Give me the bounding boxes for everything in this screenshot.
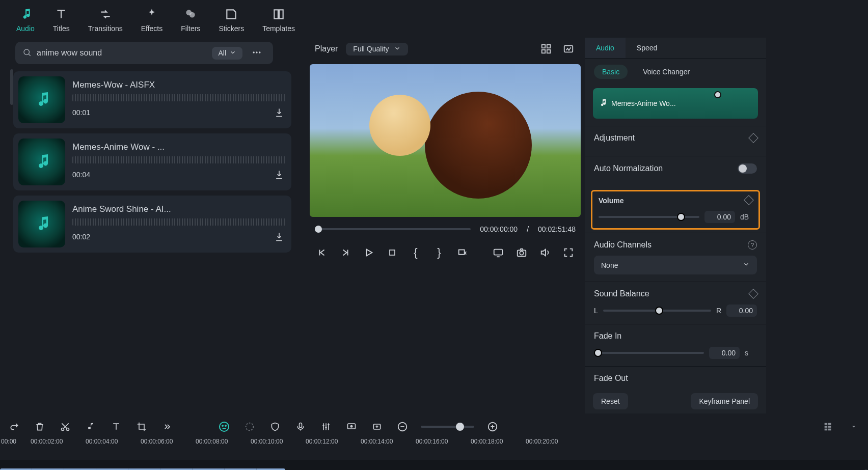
- reset-button[interactable]: Reset: [593, 393, 628, 409]
- audio-clip-header[interactable]: Memes-Anime Wo...: [593, 88, 758, 119]
- help-icon[interactable]: ?: [748, 240, 757, 250]
- audio-duration: 00:02: [72, 233, 90, 241]
- ruler-tick: 00:00:06:00: [141, 438, 173, 445]
- channels-dropdown[interactable]: None: [594, 256, 757, 274]
- tab-stickers[interactable]: Stickers: [209, 5, 253, 35]
- download-button[interactable]: [272, 105, 286, 120]
- timecode-current: 00:00:00:00: [480, 225, 518, 233]
- keyframe-panel-button[interactable]: Keyframe Panel: [691, 393, 758, 409]
- tab-filters[interactable]: Filters: [172, 5, 209, 35]
- download-button[interactable]: [272, 230, 286, 244]
- layout-dropdown-icon[interactable]: [847, 420, 861, 434]
- transitions-icon: [98, 7, 113, 21]
- shield-icon[interactable]: [268, 420, 282, 434]
- add-marker-icon[interactable]: [370, 420, 384, 434]
- display-icon[interactable]: [491, 245, 505, 260]
- image-compare-icon[interactable]: [561, 42, 576, 56]
- svg-rect-13: [390, 250, 395, 255]
- snapshot-icon[interactable]: [514, 245, 529, 260]
- sidebar-scrollbar[interactable]: [10, 69, 13, 105]
- tab-label: Stickers: [219, 24, 244, 33]
- beat-icon[interactable]: [84, 420, 98, 434]
- tab-label: Audio: [16, 24, 35, 33]
- ai-face-icon[interactable]: [217, 420, 231, 434]
- volume-slider[interactable]: [599, 216, 699, 218]
- zoom-slider[interactable]: [421, 426, 474, 428]
- autonorm-toggle[interactable]: [738, 163, 757, 174]
- tab-transitions[interactable]: Transitions: [79, 5, 132, 35]
- more-menu[interactable]: [248, 45, 266, 61]
- stop-icon[interactable]: [385, 245, 399, 260]
- timecode-sep: /: [527, 225, 529, 233]
- mark-out-icon[interactable]: }: [432, 245, 446, 260]
- filter-dropdown[interactable]: All: [212, 47, 242, 60]
- text-tool-icon[interactable]: [109, 420, 123, 434]
- tab-audio[interactable]: Audio: [7, 5, 44, 35]
- svg-point-22: [225, 425, 226, 426]
- ratio-dropdown[interactable]: [455, 245, 470, 260]
- fadein-slider[interactable]: [594, 352, 704, 354]
- track-layout-icon[interactable]: [821, 420, 835, 434]
- step-forward-icon[interactable]: [338, 245, 352, 260]
- scrub-bar[interactable]: [315, 228, 471, 230]
- mark-in-icon[interactable]: {: [409, 245, 423, 260]
- balance-slider[interactable]: [603, 310, 711, 312]
- clip-playhead[interactable]: [714, 91, 721, 98]
- svg-rect-11: [547, 50, 550, 53]
- tracks[interactable]: 1110670_Amusement_Relation_1280x720 Hide…: [0, 460, 868, 470]
- channels-value: None: [601, 261, 618, 269]
- keyframe-diamond-icon[interactable]: [748, 133, 758, 143]
- play-icon[interactable]: [362, 245, 376, 260]
- redo-icon[interactable]: [7, 420, 21, 434]
- cut-icon[interactable]: [58, 420, 72, 434]
- quality-dropdown[interactable]: Full Quality: [346, 43, 408, 56]
- chevron-down-icon: [229, 49, 236, 58]
- tab-audio-props[interactable]: Audio: [585, 38, 626, 58]
- audio-mixer-icon[interactable]: [319, 420, 333, 434]
- tab-titles[interactable]: Titles: [44, 5, 79, 35]
- ruler[interactable]: 00:00 00:00:02:00 00:00:04:00 00:00:06:0…: [0, 438, 868, 460]
- tab-templates[interactable]: Templates: [253, 5, 304, 35]
- fadein-value[interactable]: 0.00: [709, 347, 740, 359]
- volume-value[interactable]: 0.00: [704, 211, 735, 223]
- autonorm-label: Auto Normalization: [594, 164, 663, 173]
- record-screen-icon[interactable]: [344, 420, 359, 434]
- svg-rect-10: [542, 50, 545, 53]
- video-preview[interactable]: [310, 64, 581, 217]
- chevron-down-icon: [743, 261, 750, 269]
- media-browser: All Memes-Wow - AISFX 00:01: [0, 38, 306, 413]
- inspector-panel: Audio Speed Basic Voice Changer Memes-An…: [585, 38, 766, 413]
- keyframe-diamond-icon[interactable]: [748, 289, 758, 299]
- download-button[interactable]: [272, 168, 286, 182]
- loading-icon[interactable]: [242, 420, 257, 434]
- subtab-voice-changer[interactable]: Voice Changer: [643, 68, 690, 76]
- keyframe-diamond-icon[interactable]: [744, 195, 754, 205]
- delete-icon[interactable]: [33, 420, 47, 434]
- tab-effects[interactable]: Effects: [132, 5, 172, 35]
- more-tools-icon[interactable]: [160, 420, 174, 434]
- balance-value[interactable]: 0.00: [726, 305, 757, 317]
- tab-label: Filters: [181, 24, 200, 33]
- search-input[interactable]: [37, 48, 207, 58]
- volume-icon[interactable]: [538, 245, 552, 260]
- tab-speed-props[interactable]: Speed: [626, 38, 668, 58]
- scrub-row: 00:00:00:00 / 00:02:51:48: [310, 217, 581, 233]
- subtab-basic[interactable]: Basic: [594, 65, 628, 79]
- mic-icon[interactable]: [293, 420, 308, 434]
- fullscreen-icon[interactable]: [561, 245, 576, 260]
- grid-view-icon[interactable]: [539, 42, 553, 56]
- waveform-icon: [72, 156, 286, 163]
- audio-title: Anime Sword Shine - AI...: [72, 204, 286, 214]
- prev-frame-icon[interactable]: [315, 245, 329, 260]
- audio-result[interactable]: Memes-Anime Wow - ... 00:04: [13, 133, 291, 190]
- audio-duration: 00:04: [72, 171, 90, 179]
- templates-icon: [272, 7, 286, 21]
- text-icon: [54, 7, 68, 21]
- audio-result[interactable]: Memes-Wow - AISFX 00:01: [13, 71, 291, 128]
- zoom-in-icon[interactable]: [485, 420, 500, 434]
- ruler-tick: 00:00:16:00: [416, 438, 448, 445]
- audio-result[interactable]: Anime Sword Shine - AI... 00:02: [13, 196, 291, 253]
- top-nav: Audio Titles Transitions Effects Filters…: [0, 0, 868, 38]
- crop-icon[interactable]: [134, 420, 149, 434]
- zoom-out-icon[interactable]: [395, 420, 410, 434]
